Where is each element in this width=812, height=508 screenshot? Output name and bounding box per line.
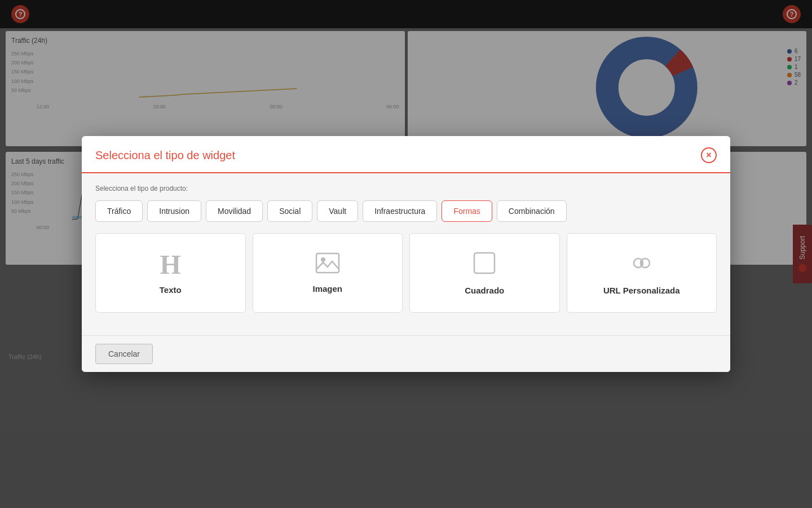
widget-option-url[interactable]: URL Personalizada bbox=[567, 233, 717, 313]
texto-label: Texto bbox=[160, 285, 182, 295]
category-row: Tráfico Intrusion Movilidad Social Vault… bbox=[95, 200, 717, 222]
cancel-button[interactable]: Cancelar bbox=[95, 344, 153, 364]
widget-option-imagen[interactable]: Imagen bbox=[253, 233, 403, 313]
url-label: URL Personalizada bbox=[603, 286, 680, 295]
square-icon bbox=[472, 251, 497, 279]
category-formas[interactable]: Formas bbox=[442, 200, 492, 222]
modal-header: Selecciona el tipo de widget × bbox=[82, 136, 730, 173]
cuadrado-label: Cuadrado bbox=[465, 286, 504, 295]
product-type-label: Selecciona el tipo de producto: bbox=[95, 185, 717, 192]
category-intrusion[interactable]: Intrusion bbox=[147, 200, 201, 222]
text-icon: H bbox=[160, 251, 181, 278]
category-movilidad[interactable]: Movilidad bbox=[206, 200, 263, 222]
modal-overlay: Selecciona el tipo de widget × Seleccion… bbox=[0, 0, 812, 508]
svg-rect-20 bbox=[474, 253, 495, 273]
modal-body: Selecciona el tipo de producto: Tráfico … bbox=[82, 173, 730, 335]
image-icon bbox=[315, 252, 340, 277]
modal-title: Selecciona el tipo de widget bbox=[95, 149, 235, 162]
category-social[interactable]: Social bbox=[267, 200, 312, 222]
svg-rect-18 bbox=[316, 253, 339, 273]
imagen-label: Imagen bbox=[312, 284, 342, 294]
category-vault[interactable]: Vault bbox=[317, 200, 358, 222]
widget-options-grid: H Texto Imagen bbox=[95, 233, 717, 313]
widget-type-modal: Selecciona el tipo de widget × Seleccion… bbox=[82, 136, 730, 372]
widget-option-cuadrado[interactable]: Cuadrado bbox=[409, 233, 560, 313]
category-combinacion[interactable]: Combinación bbox=[497, 200, 567, 222]
modal-footer: Cancelar bbox=[82, 335, 730, 372]
category-infraestructura[interactable]: Infraestructura bbox=[363, 200, 437, 222]
url-icon bbox=[629, 251, 654, 279]
modal-close-button[interactable]: × bbox=[701, 147, 717, 163]
category-trafico[interactable]: Tráfico bbox=[95, 200, 143, 222]
widget-option-texto[interactable]: H Texto bbox=[95, 233, 246, 313]
svg-point-19 bbox=[321, 257, 325, 262]
